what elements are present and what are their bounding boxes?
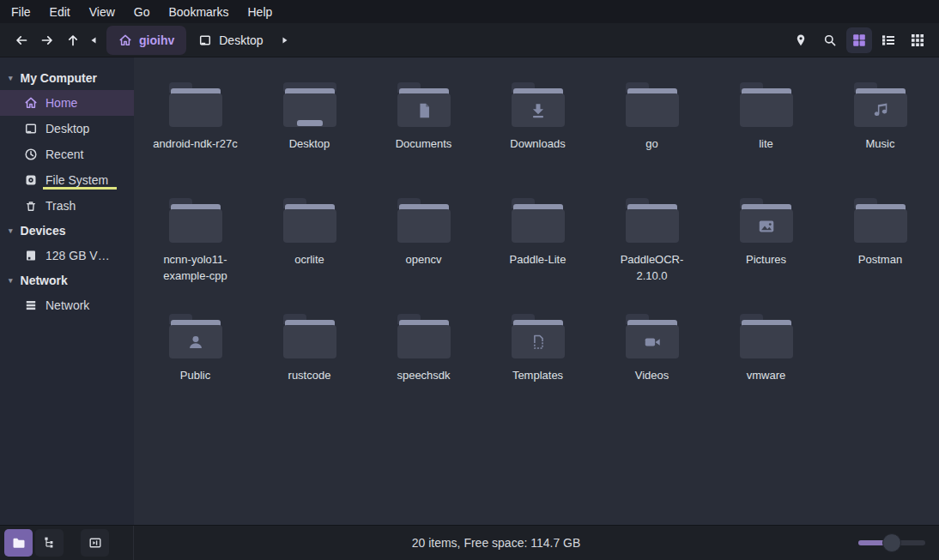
folder-icon	[397, 82, 451, 127]
places-pane-button[interactable]	[4, 529, 33, 557]
folder-body	[740, 93, 793, 127]
template-emblem-icon	[529, 333, 548, 352]
path-button-label: gioihv	[139, 33, 174, 47]
sidebar-item-home[interactable]: Home	[0, 90, 134, 116]
file-item-downloads[interactable]: Downloads	[481, 74, 595, 190]
file-item-paddleocr-2-10-0[interactable]: PaddleOCR-2.10.0	[595, 190, 709, 305]
grid-view-icon	[852, 33, 866, 47]
file-item-vmware[interactable]: vmware	[709, 305, 823, 421]
file-item-speechsdk[interactable]: speechsdk	[367, 305, 481, 421]
folder-icon	[854, 82, 907, 127]
disk-usage-fill	[43, 187, 117, 190]
collapse-caret-icon: ▾	[9, 277, 13, 285]
sidebar-item-label: Desktop	[45, 122, 89, 135]
desktop-taskbar-shape	[297, 120, 323, 126]
folder-view[interactable]: android-ndk-r27cDesktopDocumentsDownload…	[134, 57, 939, 525]
sidebar-item-128-gb-v[interactable]: 128 GB V…	[0, 243, 134, 268]
location-icon	[794, 33, 808, 47]
sidebar-section-my-computer[interactable]: ▾My Computer	[0, 66, 134, 90]
file-item-documents[interactable]: Documents	[367, 74, 481, 190]
menubar: FileEditViewGoBookmarksHelp	[0, 0, 939, 23]
file-manager-window: FileEditViewGoBookmarksHelp gioihvDeskto…	[0, 0, 939, 560]
search-icon	[823, 33, 837, 47]
folder-icon	[854, 198, 907, 243]
file-name: Desktop	[289, 135, 330, 152]
path-button-desktop[interactable]: Desktop	[186, 26, 275, 55]
folder-body	[512, 325, 565, 358]
forward-button[interactable]	[34, 27, 60, 53]
location-button[interactable]	[788, 27, 814, 53]
zoom-slider[interactable]	[858, 533, 925, 552]
sidebar-item-desktop[interactable]: Desktop	[0, 116, 134, 142]
file-name: ocrlite	[294, 251, 324, 268]
file-item-opencv[interactable]: opencv	[367, 190, 481, 305]
up-button[interactable]	[60, 27, 86, 53]
file-name: vmware	[747, 367, 786, 383]
folder-icon	[626, 314, 679, 358]
list-view-button[interactable]	[875, 27, 901, 53]
folder-body	[512, 93, 565, 127]
folder-body	[512, 209, 565, 243]
menu-help[interactable]: Help	[239, 3, 282, 21]
folder-icon	[397, 314, 451, 358]
back-button[interactable]	[9, 27, 34, 53]
file-item-rustcode[interactable]: rustcode	[252, 305, 367, 421]
menu-bookmarks[interactable]: Bookmarks	[159, 3, 238, 21]
menu-file[interactable]: File	[2, 3, 40, 21]
file-name: PaddleOCR-2.10.0	[609, 251, 695, 284]
file-item-pictures[interactable]: Pictures	[709, 190, 823, 305]
sidebar: ▾My ComputerHomeDesktopRecentFile System…	[0, 57, 134, 525]
sidebar-item-trash[interactable]: Trash	[0, 193, 134, 219]
compact-view-button[interactable]	[905, 27, 930, 53]
folder-body	[169, 325, 222, 358]
file-item-android-ndk-r27c[interactable]: android-ndk-r27c	[138, 74, 252, 190]
folder-icon	[512, 314, 565, 358]
compact-view-icon	[911, 33, 924, 47]
file-item-postman[interactable]: Postman	[823, 190, 937, 305]
sidebar-item-network[interactable]: Network	[0, 292, 134, 318]
sidebar-section-network[interactable]: ▾Network	[0, 268, 134, 292]
sidebar-item-label: Recent	[45, 148, 83, 161]
file-item-templates[interactable]: Templates	[481, 305, 595, 421]
folder-body	[169, 209, 222, 243]
folder-body	[283, 325, 336, 358]
zoom-slider-handle[interactable]	[882, 533, 901, 552]
file-item-go[interactable]: go	[595, 74, 709, 190]
grid-view-button[interactable]	[846, 27, 872, 53]
user-emblem-icon	[186, 333, 205, 352]
path-button-gioihv[interactable]: gioihv	[106, 26, 186, 55]
path-scroll-right-button[interactable]	[276, 27, 293, 53]
hide-panel-button[interactable]	[81, 529, 109, 557]
home-icon	[118, 33, 132, 47]
folder-icon	[512, 198, 565, 243]
menu-view[interactable]: View	[80, 3, 124, 21]
file-name: android-ndk-r27c	[153, 135, 237, 152]
menu-edit[interactable]: Edit	[40, 3, 80, 21]
folder-body	[397, 93, 451, 127]
file-item-music[interactable]: Music	[823, 74, 937, 190]
folder-icon	[169, 198, 222, 243]
hide-panel-icon	[88, 536, 102, 550]
menu-go[interactable]: Go	[124, 3, 160, 21]
pathbar: gioihvDesktop	[106, 23, 276, 57]
file-item-ncnn-yolo11-example-cpp[interactable]: ncnn-yolo11-example-cpp	[138, 190, 252, 305]
file-item-lite[interactable]: lite	[709, 74, 823, 190]
file-item-ocrlite[interactable]: ocrlite	[252, 190, 367, 305]
file-item-paddle-lite[interactable]: Paddle-Lite	[481, 190, 595, 305]
file-item-desktop[interactable]: Desktop	[252, 74, 367, 190]
path-scroll-left-button[interactable]	[86, 27, 103, 53]
file-item-videos[interactable]: Videos	[595, 305, 709, 421]
folder-icon	[283, 82, 336, 127]
sidebar-section-label: Network	[21, 274, 68, 287]
folder-body	[626, 93, 679, 127]
folder-body	[854, 209, 907, 243]
search-button[interactable]	[817, 27, 843, 53]
file-item-public[interactable]: Public	[138, 305, 252, 421]
side-pane-toolbar	[0, 526, 134, 560]
sidebar-item-file-system[interactable]: File System	[0, 167, 134, 193]
directory-tree-button[interactable]	[35, 529, 64, 557]
folder-icon	[283, 314, 336, 358]
sidebar-section-devices[interactable]: ▾Devices	[0, 219, 134, 243]
sidebar-item-recent[interactable]: Recent	[0, 142, 134, 167]
sidebar-item-label: Network	[45, 298, 89, 312]
